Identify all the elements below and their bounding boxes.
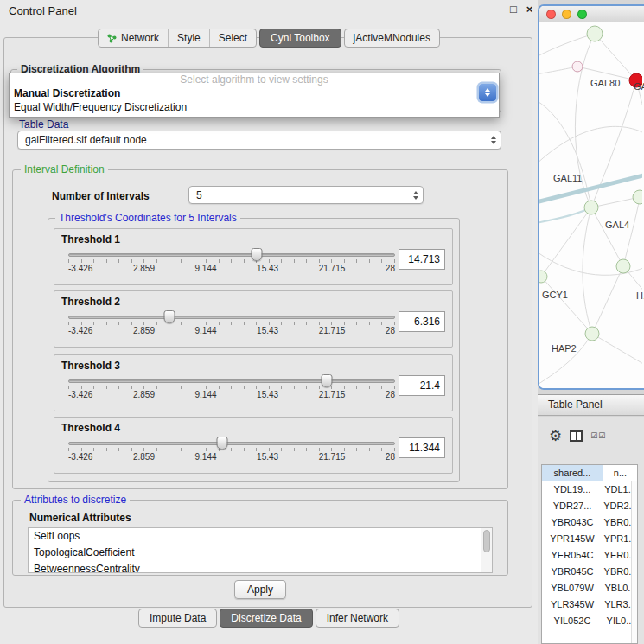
threshold-value-field[interactable]: 6.316 (399, 311, 445, 332)
node-label: GAL4 (605, 220, 629, 230)
threshold-2-box: Threshold 2 -3.4262.8599.14415.4321.7152… (54, 290, 453, 348)
panel-title: Control Panel (9, 4, 77, 17)
scale-tick-label: 15.43 (257, 264, 278, 273)
tab-style[interactable]: Style (168, 29, 209, 47)
table-scrollbar[interactable] (631, 481, 637, 643)
node-label: GA... (634, 81, 644, 92)
node-label: GCY1 (542, 290, 568, 300)
tab-discretize-data[interactable]: Discretize Data (220, 609, 312, 628)
number-of-intervals-value: 5 (196, 187, 202, 204)
threshold-label: Threshold 4 (61, 422, 445, 434)
algorithm-option-equal-width[interactable]: Equal Width/Frequency Discretization (10, 100, 499, 114)
slider-thumb[interactable] (164, 310, 175, 323)
network-canvas[interactable]: GAL80GA...GAL11GAL4GCY1HAP2H... (539, 22, 644, 388)
table-cell: YPR145W (542, 531, 603, 547)
float-window-icon[interactable]: □ (510, 3, 517, 16)
apply-button[interactable]: Apply (234, 580, 286, 599)
threshold-4-slider[interactable]: -3.4262.8599.14415.4321.71528 (68, 434, 395, 462)
algorithm-placeholder: Select algorithm to view settings (10, 73, 499, 86)
network-window-titlebar[interactable] (539, 6, 644, 22)
threshold-label: Threshold 2 (61, 296, 445, 308)
scale-tick-label: -3.426 (68, 264, 92, 273)
tab-label: Style (177, 32, 201, 44)
close-traffic-icon[interactable] (546, 10, 556, 19)
slider-track[interactable] (68, 253, 395, 257)
column-header-shared[interactable]: shared... (542, 465, 603, 481)
slider-thumb[interactable] (252, 248, 263, 261)
threshold-value-field[interactable]: 14.713 (399, 249, 445, 270)
tab-infer-network[interactable]: Infer Network (316, 609, 399, 628)
tab-network[interactable]: Network (99, 29, 168, 47)
combo-arrows-icon (491, 131, 496, 149)
bottom-tabs: Impute Data Discretize Data Infer Networ… (0, 609, 538, 628)
threshold-2-slider[interactable]: -3.4262.8599.14415.4321.71528 (68, 308, 395, 335)
slider-thumb[interactable] (216, 437, 227, 450)
scrollbar-thumb[interactable] (483, 530, 490, 552)
columns-icon[interactable] (570, 430, 583, 442)
scale-tick-label: 21.715 (319, 390, 346, 399)
table-row[interactable]: YER054CYER0... (542, 547, 637, 564)
tab-select[interactable]: Select (209, 29, 256, 47)
zoom-traffic-icon[interactable] (577, 10, 587, 19)
table-row[interactable]: YPR145WYPR1... (542, 531, 637, 547)
tab-label: Cyni Toolbox (271, 32, 329, 44)
threshold-4-box: Threshold 4 -3.4262.8599.14415.4321.7152… (54, 417, 453, 474)
algorithm-dropdown-popup: Select algorithm to view settings Manual… (9, 73, 500, 118)
algorithm-option-manual[interactable]: Manual Discretization (10, 86, 499, 100)
tab-jactivemnodules[interactable]: jActiveMNodules (344, 29, 440, 48)
minimize-traffic-icon[interactable] (562, 10, 571, 19)
slider-scale: -3.4262.8599.14415.4321.71528 (68, 264, 395, 273)
tab-impute-data[interactable]: Impute Data (138, 609, 217, 628)
network-icon (107, 34, 117, 43)
scale-tick-label: 28 (386, 390, 395, 399)
threshold-value-field[interactable]: 11.344 (399, 437, 445, 458)
table-row[interactable]: YIL052CYIL0... (542, 613, 637, 629)
close-window-icon[interactable]: × (526, 3, 533, 16)
table-row[interactable]: YDR27...YDR2... (542, 498, 637, 514)
select-columns-icon[interactable]: ☑☑ (590, 431, 606, 440)
numerical-attributes-label: Numerical Attributes (29, 512, 131, 524)
scale-tick-label: 21.715 (319, 264, 346, 273)
slider-track[interactable] (68, 316, 395, 319)
table-row[interactable]: YBR045CYBR0... (542, 564, 637, 580)
table-row[interactable]: YBR043CYBR0... (542, 514, 637, 531)
node-table-body: YDL19...YDL1...YDR27...YDR2...YBR043CYBR… (542, 481, 637, 629)
algorithm-combo-stepper[interactable] (479, 84, 496, 101)
table-row[interactable]: YDL19...YDL1... (542, 481, 637, 498)
list-scrollbar[interactable] (481, 528, 492, 572)
scale-tick-label: 9.144 (195, 390, 217, 399)
slider-track[interactable] (68, 442, 395, 445)
attribute-item[interactable]: BetweennessCentrality (29, 561, 481, 573)
slider-thumb[interactable] (321, 374, 332, 387)
table-row[interactable]: YBL079WYBL0... (542, 580, 637, 596)
table-cell: YER054C (542, 547, 603, 564)
node-attribute-table: shared... n... YDL19...YDL1...YDR27...YD… (541, 464, 638, 644)
table-data-label: Table Data (19, 118, 68, 131)
gear-icon[interactable]: ⚙ (549, 429, 562, 443)
attribute-item[interactable]: SelfLoops (29, 528, 481, 545)
column-header-name[interactable]: n... (603, 465, 637, 481)
tab-cyni-toolbox[interactable]: Cyni Toolbox (259, 29, 341, 48)
scale-tick-label: 9.144 (195, 264, 217, 273)
threshold-1-slider[interactable]: -3.4262.8599.14415.4321.71528 (68, 245, 395, 273)
threshold-label: Threshold 3 (61, 360, 445, 372)
table-row[interactable]: YLR345WYLR3... (542, 596, 637, 613)
threshold-value-field[interactable]: 21.4 (399, 375, 445, 396)
traffic-lights (546, 10, 587, 19)
scale-tick-label: -3.426 (68, 326, 92, 335)
number-of-intervals-label: Number of Intervals (52, 190, 150, 202)
threshold-3-slider[interactable]: -3.4262.8599.14415.4321.71528 (68, 372, 395, 399)
scale-tick-label: 15.43 (257, 390, 278, 399)
attribute-item[interactable]: TopologicalCoefficient (29, 545, 481, 561)
slider-ticks (68, 259, 395, 263)
numerical-attributes-list[interactable]: SelfLoopsTopologicalCoefficientBetweenne… (28, 527, 493, 573)
control-panel-tabs: Network Style Select Cyni Toolbox jActiv… (0, 29, 538, 48)
tab-group: Network Style Select (98, 29, 257, 48)
number-of-intervals-combo[interactable]: 5 (188, 186, 424, 204)
table-panel: ⚙ ☑☑ shared... n... YDL19...YDL1...YDR27… (538, 417, 644, 644)
slider-track[interactable] (68, 379, 395, 383)
slider-ticks (68, 322, 395, 325)
attributes-group-title: Attributes to discretize (21, 494, 130, 506)
table-data-combo[interactable]: galFiltered.sif default node (17, 131, 501, 150)
interval-definition-title: Interval Definition (21, 163, 108, 175)
